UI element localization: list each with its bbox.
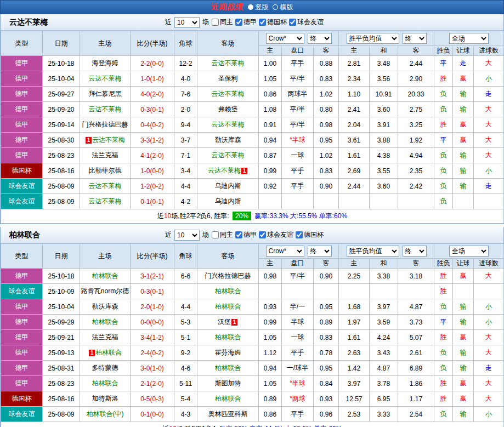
odds-final-select[interactable]: 终 <box>308 246 332 257</box>
checkbox-input[interactable] <box>212 231 219 238</box>
asian-handicap-cell: 平手 <box>282 56 314 71</box>
filter-checkbox[interactable]: 德甲 <box>235 230 257 240</box>
team-name-text: 云达不莱梅 <box>212 121 245 128</box>
checkbox-input[interactable] <box>289 19 296 26</box>
euro-away-odds-cell: 3.73 <box>398 315 434 330</box>
summary-segment: 近 <box>157 212 164 220</box>
away-team-cell: 柏林联合 <box>197 330 259 345</box>
filter-checkbox[interactable]: 德国杯 <box>296 230 324 240</box>
league-cell: 德甲 <box>1 148 43 163</box>
team-name-text: 云达不莱梅 <box>212 90 245 98</box>
team-name-text: 汉堡 <box>218 318 231 326</box>
euro-home-odds-cell: 2.81 <box>339 56 370 71</box>
filter-checkbox[interactable]: 德国杯 <box>259 18 287 27</box>
match-row: 球会友谊25-10-09路肯瓦norm尔德0-3(0-1)柏林联合胜 <box>1 284 504 299</box>
handicap-result-cell <box>453 194 474 209</box>
layout-radio-horizontal[interactable]: 横版 <box>273 3 293 12</box>
filter-checkbox[interactable]: 球会友谊 <box>289 18 324 27</box>
euro-away-odds-cell: 4.94 <box>398 148 434 163</box>
avg-odds-select[interactable]: 胜平负均值 <box>347 246 399 257</box>
team-name-text: 云达不莱梅 <box>89 197 122 205</box>
date-cell: 25-08-09 <box>43 194 80 209</box>
checkbox-input[interactable] <box>212 19 219 26</box>
euro-home-odds-cell: 1.61 <box>339 330 370 345</box>
filter-checkbox[interactable]: 球会友谊 <box>259 230 293 240</box>
recent-count-select[interactable]: 10 <box>174 17 200 28</box>
summary-segment: 赢率:44.4% <box>247 425 283 427</box>
avg-final-select[interactable]: 终 <box>403 246 427 257</box>
checkbox-input[interactable] <box>259 19 266 26</box>
match-row: 德甲25-09-29柏林联合0-0(0-0)5-3汉堡10.99半球0.891.… <box>1 315 504 330</box>
avg-final-select[interactable]: 终 <box>403 33 427 44</box>
layout-radio-vertical[interactable]: 竖版 <box>248 3 269 12</box>
red-card-icon: 1 <box>231 319 237 326</box>
sub-header-asian-home: 主 <box>259 46 282 56</box>
euro-draw-odds-cell: 3.48 <box>370 56 398 71</box>
checkbox-label: 球会友谊 <box>267 230 293 240</box>
odds-company-select[interactable]: Crow* <box>266 246 304 257</box>
league-cell: 德甲 <box>1 345 43 361</box>
score-cell: 3-4(1-2) <box>131 330 174 345</box>
sub-header-goals-result: 进球数 <box>474 259 504 269</box>
corner-cell: 5-11 <box>174 376 197 391</box>
checkbox-input[interactable] <box>235 231 242 238</box>
sub-header-handicap-result: 让球 <box>453 46 474 56</box>
away-team-cell: 云达不莱梅 <box>197 117 259 133</box>
handicap-result-cell: 赢 <box>453 376 474 391</box>
col-header-corner: 角球 <box>174 31 197 56</box>
match-row: 德甲25-09-14门兴格拉德巴赫0-4(0-2)9-4云达不莱梅0.91平/半… <box>1 117 504 133</box>
corner-cell: 9-2 <box>174 345 197 361</box>
sub-header-asian-home: 主 <box>259 259 282 269</box>
corner-cell: 9-4 <box>174 117 197 133</box>
euro-draw-odds-cell: 3.60 <box>370 102 398 117</box>
handicap-result-cell: 输 <box>453 102 474 117</box>
checkbox-input[interactable] <box>259 231 266 238</box>
col-header-type: 类型 <box>1 31 43 56</box>
checkbox-label: 同主 <box>220 18 233 27</box>
date-cell: 25-09-29 <box>43 315 80 330</box>
sub-header-asian-away: 客 <box>314 46 339 56</box>
results-table: 类型 日期 主场 比分(半场) 角球 客场 Crow* 终 胜平负均值 <box>1 31 504 224</box>
league-cell: 德甲 <box>1 117 43 133</box>
away-team-cell: 柏林联合 <box>197 284 259 299</box>
odds-company-select[interactable]: Crow* <box>266 33 304 44</box>
league-cell: 德甲 <box>1 71 43 87</box>
corner-cell: 4-6 <box>174 361 197 376</box>
filter-checkbox[interactable]: 德甲 <box>235 18 257 27</box>
outcome-cell: 平 <box>434 315 453 330</box>
outcome-cell: 负 <box>434 179 453 194</box>
league-cell: 德甲 <box>1 376 43 391</box>
radio-unselected-icon <box>273 4 278 10</box>
team-name-text: 柏林联合 <box>92 318 118 326</box>
checkbox-input[interactable] <box>296 231 303 238</box>
outcome-cell: 胜 <box>434 71 453 87</box>
section-union-berlin: 柏林联合 近 10 场 同主德甲球会友谊德国杯 类型 日期 <box>0 227 504 427</box>
goals-result-cell: 小 <box>474 71 504 87</box>
asian-away-odds-cell <box>314 284 339 299</box>
col-header-score: 比分(半场) <box>131 31 174 56</box>
asian-handicap-cell: 平/半 <box>282 102 314 117</box>
asian-away-odds-cell: 0.78 <box>314 345 339 361</box>
score-cell: 0-1(0-1) <box>131 194 174 209</box>
recent-count-select[interactable]: 10 <box>174 230 200 241</box>
date-cell: 25-10-04 <box>43 71 80 87</box>
filter-bar: 近 10 场 同主德甲德国杯球会友谊 <box>165 17 326 28</box>
odds-final-select[interactable]: 终 <box>308 33 332 44</box>
euro-home-odds-cell <box>339 284 370 299</box>
avg-odds-select[interactable]: 胜平负均值 <box>347 33 399 44</box>
outcome-cell: 胜 <box>434 391 453 407</box>
asian-home-odds-cell: 1.05 <box>259 376 282 391</box>
league-cell: 德甲 <box>1 330 43 345</box>
scope-select[interactable]: 全场 <box>449 33 489 44</box>
filter-checkbox[interactable]: 同主 <box>212 18 233 27</box>
match-row: 德甲25-09-131柏林联合2-4(0-2)9-2霍芬海姆1.12平手0.78… <box>1 345 504 361</box>
filter-checkbox[interactable]: 同主 <box>212 230 233 240</box>
goals-result-cell: 大 <box>474 133 504 148</box>
asian-home-odds-cell: 0.86 <box>259 87 282 102</box>
scope-select[interactable]: 全场 <box>449 246 489 257</box>
asian-home-odds-cell: 0.92 <box>259 179 282 194</box>
euro-away-odds-cell: 3.18 <box>398 269 434 284</box>
date-cell: 25-09-21 <box>43 330 80 345</box>
checkbox-input[interactable] <box>235 19 242 26</box>
sub-header-goals-result: 进球数 <box>474 46 504 56</box>
